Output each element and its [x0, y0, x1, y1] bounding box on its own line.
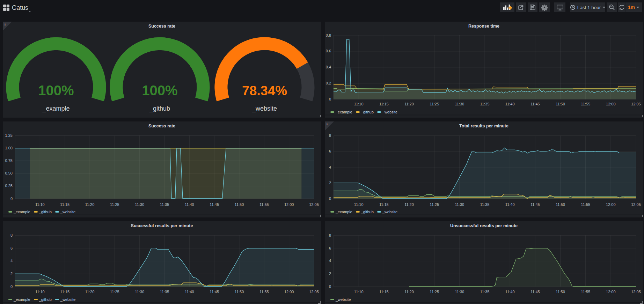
svg-text:_website: _website	[252, 105, 277, 112]
svg-text:11:20: 11:20	[85, 290, 95, 294]
svg-text:11:15: 11:15	[60, 290, 69, 294]
svg-text:11:15: 11:15	[379, 202, 389, 207]
svg-text:12:05: 12:05	[631, 290, 641, 294]
svg-text:1.25: 1.25	[5, 133, 13, 138]
svg-text:11:20: 11:20	[404, 102, 414, 106]
svg-text:0: 0	[10, 197, 13, 201]
svg-text:11:30: 11:30	[455, 202, 464, 207]
svg-text:11:55: 11:55	[259, 290, 269, 294]
svg-text:0.2: 0.2	[326, 81, 331, 85]
svg-text:11:10: 11:10	[354, 102, 364, 106]
svg-text:11:50: 11:50	[556, 290, 565, 294]
svg-text:11:30: 11:30	[135, 290, 144, 294]
svg-text:0: 0	[329, 197, 331, 201]
svg-text:11:25: 11:25	[430, 290, 439, 294]
svg-text:11:10: 11:10	[354, 202, 364, 207]
svg-text:12:00: 12:00	[284, 290, 294, 294]
svg-text:_example: _example	[42, 105, 69, 112]
svg-text:11:35: 11:35	[160, 202, 169, 207]
svg-text:11:40: 11:40	[505, 202, 515, 207]
svg-text:0.4: 0.4	[326, 65, 331, 69]
svg-text:0: 0	[329, 97, 331, 101]
svg-text:11:35: 11:35	[480, 202, 490, 207]
svg-text:6: 6	[10, 246, 13, 250]
svg-text:0: 0	[10, 284, 13, 289]
svg-text:11:10: 11:10	[35, 202, 45, 207]
svg-text:11:40: 11:40	[505, 102, 515, 106]
svg-text:11:25: 11:25	[110, 202, 119, 207]
svg-text:11:40: 11:40	[185, 290, 194, 294]
svg-text:0.25: 0.25	[5, 184, 13, 188]
svg-text:11:20: 11:20	[404, 290, 414, 294]
svg-text:100%: 100%	[142, 83, 177, 98]
svg-text:11:20: 11:20	[404, 202, 414, 207]
svg-text:8: 8	[10, 233, 13, 237]
svg-text:12:05: 12:05	[631, 202, 641, 207]
svg-text:11:25: 11:25	[110, 290, 119, 294]
svg-text:11:30: 11:30	[455, 290, 464, 294]
svg-text:11:45: 11:45	[210, 202, 219, 207]
svg-text:11:55: 11:55	[581, 290, 590, 294]
svg-text:_github: _github	[149, 105, 170, 112]
svg-text:11:55: 11:55	[259, 202, 269, 207]
svg-text:11:50: 11:50	[556, 202, 565, 207]
svg-text:11:30: 11:30	[135, 202, 144, 207]
svg-text:11:10: 11:10	[35, 290, 45, 294]
svg-text:11:40: 11:40	[505, 290, 515, 294]
svg-text:11:25: 11:25	[430, 202, 439, 207]
svg-text:11:35: 11:35	[480, 102, 490, 106]
svg-text:12:00: 12:00	[606, 290, 616, 294]
svg-text:2: 2	[329, 272, 331, 276]
svg-text:12:00: 12:00	[284, 202, 294, 207]
svg-text:11:35: 11:35	[480, 290, 490, 294]
svg-text:100%: 100%	[38, 83, 74, 98]
svg-text:0.6: 0.6	[326, 49, 331, 53]
svg-text:0.50: 0.50	[5, 171, 13, 175]
svg-text:6: 6	[329, 149, 331, 153]
svg-text:11:15: 11:15	[379, 290, 389, 294]
svg-text:0.8: 0.8	[326, 33, 331, 37]
svg-text:11:55: 11:55	[581, 202, 590, 207]
svg-text:11:50: 11:50	[556, 102, 565, 106]
svg-text:12:05: 12:05	[309, 290, 319, 294]
svg-text:11:20: 11:20	[85, 202, 95, 207]
svg-text:11:45: 11:45	[210, 290, 219, 294]
svg-text:2: 2	[329, 181, 331, 185]
svg-text:11:10: 11:10	[354, 290, 364, 294]
svg-text:6: 6	[329, 246, 331, 250]
svg-text:0: 0	[329, 284, 331, 289]
svg-text:12:00: 12:00	[606, 102, 616, 106]
svg-text:4: 4	[10, 259, 13, 263]
svg-text:11:35: 11:35	[160, 290, 169, 294]
svg-text:8: 8	[329, 133, 331, 138]
svg-text:11:50: 11:50	[235, 202, 244, 207]
svg-text:11:45: 11:45	[530, 102, 540, 106]
svg-text:11:30: 11:30	[455, 102, 464, 106]
svg-text:11:15: 11:15	[60, 202, 69, 207]
svg-text:12:05: 12:05	[631, 102, 641, 106]
svg-text:11:50: 11:50	[235, 290, 244, 294]
svg-text:11:45: 11:45	[530, 202, 540, 207]
svg-text:4: 4	[329, 259, 331, 263]
svg-text:11:55: 11:55	[581, 102, 590, 106]
svg-text:4: 4	[329, 165, 331, 169]
svg-text:0.75: 0.75	[5, 158, 13, 163]
svg-text:12:00: 12:00	[606, 202, 616, 207]
svg-text:8: 8	[329, 233, 331, 237]
svg-text:11:45: 11:45	[530, 290, 540, 294]
svg-text:11:25: 11:25	[430, 102, 439, 106]
svg-text:11:15: 11:15	[379, 102, 389, 106]
svg-text:78.34%: 78.34%	[242, 83, 287, 98]
svg-text:1.00: 1.00	[5, 146, 13, 150]
svg-text:11:40: 11:40	[185, 202, 194, 207]
svg-text:2: 2	[10, 272, 13, 276]
svg-text:12:05: 12:05	[309, 202, 319, 207]
